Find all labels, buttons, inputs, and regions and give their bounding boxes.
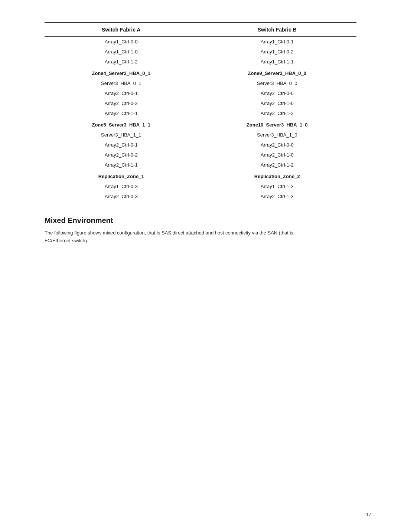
cell-fabric-a-9: Server3_HBA_1_1 [45, 130, 198, 140]
cell-fabric-b-14: Array1_Ctrl-1-3 [198, 181, 356, 191]
cell-fabric-b-6: Array2_Ctrl-1-0 [198, 98, 356, 108]
cell-fabric-a-4: Server3_HBA_0_1 [45, 78, 198, 88]
cell-fabric-b-7: Array2_Ctrl-1-2 [198, 108, 356, 118]
cell-fabric-a-10: Array2_Ctrl-0-1 [45, 140, 198, 150]
cell-fabric-b-13: Replication_Zone_2 [198, 170, 356, 181]
cell-fabric-b-1: Array1_Ctrl-0-2 [198, 47, 356, 57]
cell-fabric-a-14: Array1_Ctrl-0-3 [45, 181, 198, 191]
cell-fabric-b-8: Zone10_Server3_HBA_1_0 [198, 118, 356, 130]
col-header-fabric-a: Switch Fabric A [45, 23, 198, 37]
page-number: 17 [366, 512, 371, 517]
mixed-environment-section: Mixed Environment The following figure s… [45, 216, 356, 245]
cell-fabric-a-7: Array2_Ctrl-1-1 [45, 108, 198, 118]
cell-fabric-a-2: Array1_Ctrl-1-2 [45, 57, 198, 67]
cell-fabric-b-12: Array2_Ctrl-1-2 [198, 160, 356, 170]
cell-fabric-a-6: Array2_Ctrl-0-2 [45, 98, 198, 108]
cell-fabric-a-3: Zone4_Server3_HBA_0_1 [45, 67, 198, 78]
cell-fabric-a-11: Array2_Ctrl-0-2 [45, 150, 198, 160]
cell-fabric-a-5: Array2_Ctrl-0-1 [45, 88, 198, 98]
cell-fabric-a-1: Array1_Ctrl-1-0 [45, 47, 198, 57]
cell-fabric-b-0: Array1_Ctrl-0-1 [198, 37, 356, 47]
switch-fabric-table: Switch Fabric A Switch Fabric B Array1_C… [45, 22, 356, 201]
cell-fabric-a-12: Array2_Ctrl-1-1 [45, 160, 198, 170]
cell-fabric-a-15: Array2_Ctrl-0-3 [45, 191, 198, 201]
cell-fabric-a-0: Array1_Ctrl-0-0 [45, 37, 198, 47]
cell-fabric-b-2: Array1_Ctrl-1-1 [198, 57, 356, 67]
mixed-environment-body: The following figure shows mixed configu… [45, 229, 312, 245]
mixed-environment-title: Mixed Environment [45, 216, 356, 225]
cell-fabric-b-4: Server3_HBA_0_0 [198, 78, 356, 88]
col-header-fabric-b: Switch Fabric B [198, 23, 356, 37]
cell-fabric-b-11: Array2_Ctrl-1-0 [198, 150, 356, 160]
cell-fabric-b-15: Array2_Ctrl-1-3 [198, 191, 356, 201]
cell-fabric-a-13: Replication_Zone_1 [45, 170, 198, 181]
cell-fabric-b-9: Server3_HBA_1_0 [198, 130, 356, 140]
cell-fabric-a-8: Zone5_Server3_HBA_1_1 [45, 118, 198, 130]
cell-fabric-b-3: Zone9_Server3_HBA_0_0 [198, 67, 356, 78]
cell-fabric-b-10: Array2_Ctrl-0-0 [198, 140, 356, 150]
cell-fabric-b-5: Array2_Ctrl-0-0 [198, 88, 356, 98]
